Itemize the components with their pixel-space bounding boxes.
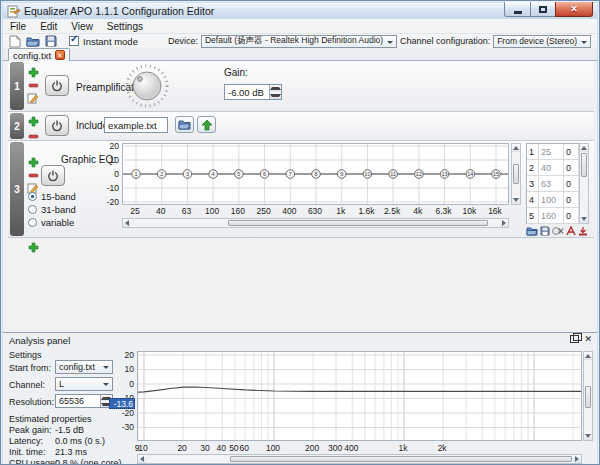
eq-table-row[interactable]: 1250 xyxy=(527,144,579,160)
include-file-input[interactable]: example.txt xyxy=(104,117,168,133)
tab-close-icon[interactable]: ✕ xyxy=(55,50,65,60)
analysis-horizontal-scrollbar[interactable] xyxy=(137,454,582,464)
eq-response-graph[interactable]: 123456789101112131415 xyxy=(122,143,509,205)
gain-spinbox[interactable]: -6.00 dB xyxy=(224,84,282,100)
row-number-badge: 2 xyxy=(10,113,24,139)
device-value: Default (扬声器 - Realtek High Definition A… xyxy=(205,35,383,47)
channel-config-label: Channel configuration: xyxy=(400,36,490,46)
eq-y-tick: 0 xyxy=(93,169,119,179)
eq-table-cell-frequency[interactable]: 25 xyxy=(539,144,564,159)
goto-include-button[interactable] xyxy=(197,116,216,133)
remove-filter-icon[interactable] xyxy=(27,169,39,181)
add-filter-icon[interactable] xyxy=(27,156,39,168)
open-file-button[interactable] xyxy=(25,34,41,48)
eq-x-tick: 630 xyxy=(302,206,328,216)
add-filter-icon[interactable] xyxy=(27,66,39,78)
save-file-button[interactable] xyxy=(43,34,59,48)
eq-table-cell-gain[interactable]: 0 xyxy=(564,160,579,175)
eq-table-row[interactable]: 41000 xyxy=(527,192,579,208)
close-panel-icon[interactable]: ✕ xyxy=(584,335,592,343)
add-filter-icon[interactable] xyxy=(27,115,39,127)
frequency-response-curve xyxy=(138,387,581,392)
analysis-vertical-scrollbar[interactable] xyxy=(583,351,593,441)
mode-radio-15-band[interactable]: 15-band xyxy=(28,191,76,202)
instant-mode-checkbox[interactable]: ✓ Instant mode xyxy=(69,36,138,47)
remove-filter-icon[interactable] xyxy=(27,79,39,91)
float-panel-icon[interactable] xyxy=(570,335,579,343)
power-icon xyxy=(51,120,63,132)
eq-table-cell-index[interactable]: 1 xyxy=(527,144,539,159)
eq-table-cell-index[interactable]: 5 xyxy=(527,208,539,223)
close-button[interactable]: ✕ xyxy=(555,2,593,17)
eq-table-cell-gain[interactable]: 0 xyxy=(564,176,579,191)
eq-point-number: 8 xyxy=(314,171,317,177)
eq-table-cell-index[interactable]: 3 xyxy=(527,176,539,191)
channel-label: Channel: xyxy=(9,380,45,390)
export-response-icon[interactable] xyxy=(539,225,551,237)
minimize-icon xyxy=(514,11,522,14)
channel-config-select[interactable]: From device (Stereo) xyxy=(493,35,591,48)
start-from-select[interactable]: config.txt xyxy=(55,360,113,374)
menu-item-file[interactable]: File xyxy=(3,19,33,33)
menu-item-edit[interactable]: Edit xyxy=(33,19,64,33)
eq-table-cell-index[interactable]: 2 xyxy=(527,160,539,175)
eq-table-row[interactable]: 51600 xyxy=(527,208,579,224)
analysis-y-tick: 0 xyxy=(109,379,134,389)
eq-table-cell-frequency[interactable]: 160 xyxy=(539,208,564,223)
tab-config-txt[interactable]: config.txt ✕ xyxy=(8,48,70,61)
mode-label: 31-band xyxy=(41,204,76,215)
scroll-right-icon xyxy=(575,456,582,462)
device-select[interactable]: Default (扬声器 - Realtek High Definition A… xyxy=(201,35,397,48)
scroll-up-icon xyxy=(513,143,519,150)
eq-x-tick: 250 xyxy=(251,206,277,216)
maximize-button[interactable] xyxy=(530,2,556,17)
analysis-y-tick: -20 xyxy=(109,408,134,418)
mode-radio-31-band[interactable]: 31-band xyxy=(28,204,76,215)
device-label: Device: xyxy=(168,36,198,46)
import-response-icon[interactable] xyxy=(526,225,538,237)
power-button[interactable] xyxy=(45,115,69,136)
window-title: Equalizer APO 1.1.1 Configuration Editor xyxy=(24,5,214,17)
mode-radio-variable[interactable]: variable xyxy=(28,217,74,228)
eq-table-cell-gain[interactable]: 0 xyxy=(564,208,579,223)
power-button[interactable] xyxy=(41,165,65,186)
add-filter-button[interactable] xyxy=(27,241,39,253)
scroll-up-icon xyxy=(581,143,587,150)
property-label: Latency: xyxy=(9,436,43,446)
channel-select[interactable]: L xyxy=(55,377,113,391)
analysis-x-tick: 1k xyxy=(393,443,413,453)
resolution-spinbox[interactable]: 65536 xyxy=(55,394,113,408)
eq-table-row[interactable]: 3630 xyxy=(527,176,579,192)
eq-y-tick: 20 xyxy=(93,141,119,151)
menu-item-settings[interactable]: Settings xyxy=(100,19,150,33)
eq-bands-table[interactable]: 1250240036304100051600 xyxy=(526,143,580,224)
analysis-y-tick: -30 xyxy=(109,422,134,432)
edit-filter-icon[interactable] xyxy=(27,92,39,104)
new-file-button[interactable] xyxy=(7,34,23,48)
eq-table-scrollbar[interactable] xyxy=(579,143,589,224)
clear-response-icon[interactable] xyxy=(552,225,564,237)
eq-graph-vertical-scrollbar[interactable] xyxy=(511,143,521,205)
eq-x-tick: 25 xyxy=(122,206,148,216)
eq-table-cell-frequency[interactable]: 100 xyxy=(539,192,564,207)
eq-table-cell-gain[interactable]: 0 xyxy=(564,144,579,159)
remove-filter-icon[interactable] xyxy=(27,130,39,141)
minimize-button[interactable] xyxy=(504,2,531,17)
analysis-response-graph[interactable] xyxy=(137,351,582,441)
normalize-response-icon[interactable] xyxy=(565,225,577,237)
invert-response-icon[interactable] xyxy=(577,225,589,237)
eq-table-cell-frequency[interactable]: 40 xyxy=(539,160,564,175)
titlebar[interactable]: Equalizer APO 1.1.1 Configuration Editor… xyxy=(3,3,597,19)
scroll-down-icon xyxy=(585,434,591,441)
eq-x-tick: 40 xyxy=(148,206,174,216)
menu-item-view[interactable]: View xyxy=(64,19,100,33)
eq-table-cell-frequency[interactable]: 63 xyxy=(539,176,564,191)
eq-graph-horizontal-scrollbar[interactable] xyxy=(122,218,509,228)
gain-spin-buttons[interactable] xyxy=(269,85,281,99)
eq-table-cell-gain[interactable]: 0 xyxy=(564,192,579,207)
eq-table-cell-index[interactable]: 4 xyxy=(527,192,539,207)
power-button[interactable] xyxy=(45,75,69,96)
open-include-button[interactable] xyxy=(175,116,194,133)
gain-knob[interactable] xyxy=(124,63,170,109)
eq-table-row[interactable]: 2400 xyxy=(527,160,579,176)
